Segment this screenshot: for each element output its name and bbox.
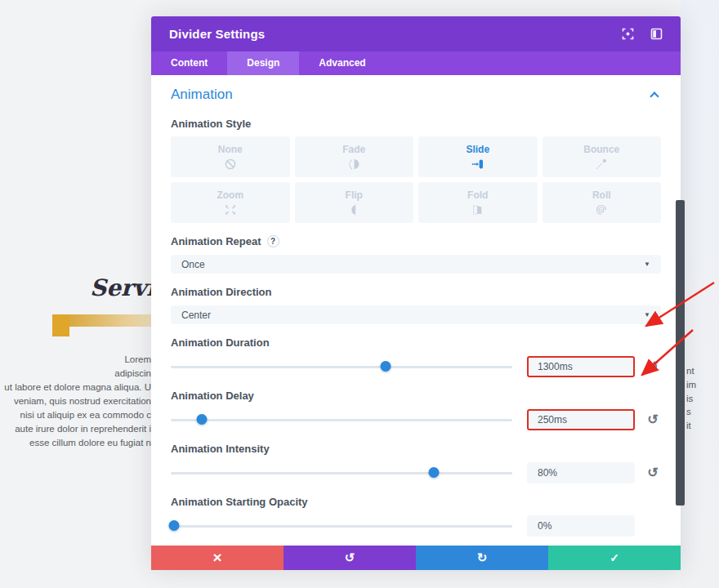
- reset-icon[interactable]: ↺: [645, 413, 661, 426]
- divider-settings-modal: Divider Settings Content Design Advanced…: [151, 16, 681, 570]
- expand-panel-icon: [650, 28, 663, 40]
- tab-design[interactable]: Design: [227, 51, 299, 75]
- option-label: Bounce: [583, 144, 619, 155]
- tab-content[interactable]: Content: [151, 51, 227, 75]
- background-divider-module: [52, 314, 159, 336]
- fade-icon: [346, 158, 361, 171]
- undo-button[interactable]: ↺: [284, 546, 416, 570]
- save-button[interactable]: ✓: [548, 546, 681, 570]
- option-label: Zoom: [217, 189, 243, 201]
- modal-footer: × ↺ ↻ ✓: [151, 546, 681, 570]
- background-paragraph-left: Lorem adipiscin ut labore et dolore magn…: [4, 353, 151, 450]
- animation-style-grid: None Fade Slide: [171, 136, 661, 223]
- animation-style-option-fade[interactable]: Fade: [295, 136, 414, 177]
- selected-value: Once: [181, 259, 205, 270]
- option-label: Flip: [346, 189, 363, 201]
- animation-starting-opacity-input[interactable]: [527, 515, 635, 537]
- animation-intensity-input[interactable]: [527, 462, 635, 483]
- selected-value: Center: [181, 310, 211, 321]
- modal-title: Divider Settings: [169, 27, 622, 41]
- animation-delay-slider[interactable]: [171, 409, 512, 430]
- paragraph-line: nt: [686, 364, 696, 378]
- modal-body: Animation Animation Style None Fade: [151, 75, 681, 546]
- help-icon[interactable]: ?: [267, 235, 279, 247]
- slider-track: [171, 525, 512, 528]
- slider-track: [171, 472, 512, 474]
- option-label: Fade: [342, 144, 365, 155]
- animation-style-option-bounce[interactable]: Bounce: [543, 136, 662, 177]
- slider-track: [171, 419, 512, 421]
- slider-track: [171, 366, 512, 368]
- animation-starting-opacity-field: Animation Starting Opacity ↺: [171, 496, 661, 537]
- slider-thumb[interactable]: [169, 520, 180, 531]
- snap-focus-icon: [622, 28, 634, 40]
- animation-style-option-zoom[interactable]: Zoom: [171, 182, 290, 223]
- animation-intensity-label: Animation Intensity: [171, 443, 270, 455]
- animation-section-toggle[interactable]: Animation: [171, 82, 661, 105]
- animation-style-option-roll[interactable]: Roll: [543, 182, 662, 223]
- animation-repeat-select[interactable]: Once ▼: [171, 255, 661, 274]
- section-title: Animation: [171, 87, 233, 103]
- page-scrollbar[interactable]: [676, 200, 685, 506]
- option-label: Fold: [467, 189, 488, 201]
- flip-icon: [346, 203, 361, 216]
- animation-intensity-field: Animation Intensity ↺: [171, 443, 661, 483]
- paragraph-line: im: [686, 378, 696, 392]
- redo-button[interactable]: ↻: [416, 546, 548, 570]
- option-label: Roll: [592, 189, 611, 201]
- paragraph-line: aute irure dolor in reprehenderit i: [4, 422, 151, 436]
- animation-duration-label: Animation Duration: [171, 336, 270, 349]
- paragraph-line: adipiscin: [4, 367, 151, 381]
- roll-icon: [594, 203, 609, 216]
- option-label: None: [218, 144, 243, 155]
- reset-icon[interactable]: ↺: [645, 466, 661, 479]
- animation-repeat-field: Animation Repeat ? Once ▼: [171, 235, 661, 274]
- bounce-icon: [594, 158, 609, 171]
- chevron-up-icon[interactable]: [650, 91, 659, 100]
- animation-direction-label: Animation Direction: [171, 286, 272, 298]
- animation-direction-field: Animation Direction Center ▼: [171, 286, 661, 324]
- tab-advanced[interactable]: Advanced: [299, 51, 385, 75]
- animation-starting-opacity-label: Animation Starting Opacity: [171, 496, 308, 508]
- animation-delay-input[interactable]: [527, 409, 635, 430]
- paragraph-line: ut labore et dolore magna aliqua. U: [4, 381, 151, 394]
- animation-repeat-label: Animation Repeat: [171, 235, 261, 247]
- none-icon: [223, 158, 238, 171]
- modal-header[interactable]: Divider Settings: [151, 16, 681, 51]
- page-right-background: [681, 0, 719, 588]
- paragraph-line: s: [686, 405, 696, 419]
- animation-style-label: Animation Style: [171, 118, 661, 130]
- paragraph-line: is: [686, 392, 696, 406]
- background-paragraph-right: nt im is s it: [686, 364, 696, 433]
- animation-duration-field: Animation Duration ↺: [171, 336, 661, 377]
- animation-style-option-fold[interactable]: Fold: [418, 182, 538, 223]
- animation-style-option-slide[interactable]: Slide: [418, 136, 538, 177]
- animation-delay-field: Animation Delay ↺: [171, 390, 661, 430]
- zoom-icon: [223, 203, 238, 216]
- divider-gold-gradient-bar: [69, 314, 159, 327]
- animation-intensity-slider[interactable]: [171, 462, 512, 483]
- reset-icon[interactable]: ↺: [645, 360, 661, 373]
- option-label: Slide: [466, 144, 489, 155]
- paragraph-line: veniam, quis nostrud exercitation: [4, 394, 151, 408]
- slider-thumb[interactable]: [196, 414, 207, 425]
- expand-panel-icon[interactable]: [650, 28, 663, 40]
- animation-starting-opacity-slider[interactable]: [171, 515, 512, 537]
- snap-focus-icon[interactable]: [622, 28, 634, 40]
- paragraph-line: esse cillum dolore eu fugiat n: [4, 436, 151, 450]
- paragraph-line: it: [686, 419, 696, 433]
- animation-duration-slider[interactable]: [171, 356, 512, 377]
- animation-style-option-none[interactable]: None: [171, 136, 290, 177]
- cancel-button[interactable]: ×: [151, 546, 284, 570]
- divider-gold-block: [52, 314, 69, 336]
- animation-delay-label: Animation Delay: [171, 390, 254, 402]
- chevron-down-icon: ▼: [644, 311, 650, 318]
- animation-duration-input[interactable]: [527, 356, 635, 377]
- animation-style-option-flip[interactable]: Flip: [295, 182, 414, 223]
- paragraph-line: nisi ut aliquip ex ea commodo c: [4, 408, 151, 422]
- slider-thumb[interactable]: [428, 467, 439, 478]
- slider-thumb[interactable]: [381, 361, 391, 372]
- fold-icon: [471, 203, 485, 216]
- animation-direction-select[interactable]: Center ▼: [171, 305, 661, 324]
- slide-icon: [471, 158, 485, 171]
